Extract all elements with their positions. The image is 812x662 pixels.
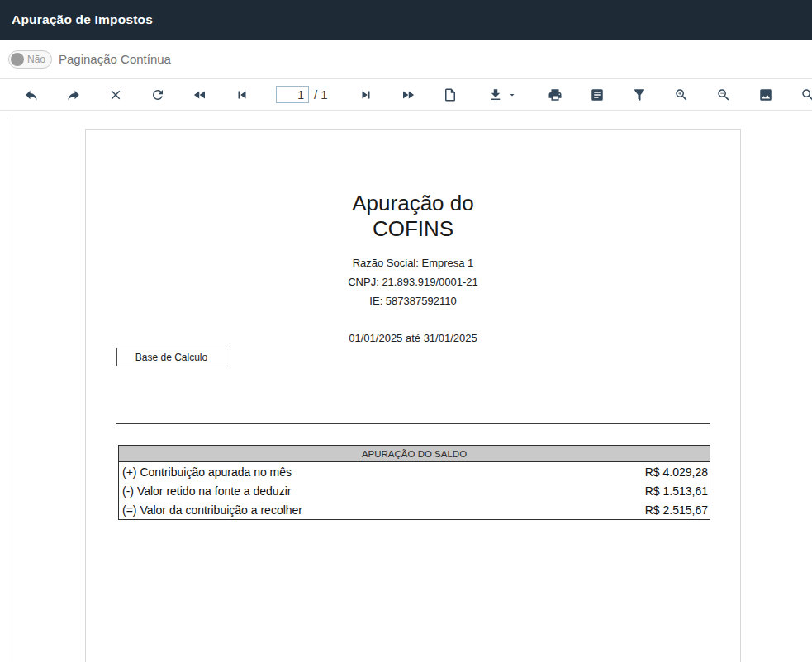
viewer-toolbar: / 1 <box>0 78 812 111</box>
refresh-icon <box>150 87 165 102</box>
toggle-state-label: Não <box>27 54 45 65</box>
row-label: (-) Valor retido na fonte a deduzir <box>119 485 645 498</box>
fast-forward-icon <box>401 87 415 102</box>
print-icon <box>548 87 563 102</box>
report-page: Apuração do COFINS Razão Social: Empresa… <box>85 129 741 662</box>
ie-text: IE: 587387592110 <box>86 291 740 310</box>
report-title-line2: COFINS <box>86 216 740 242</box>
download-button[interactable] <box>471 79 534 110</box>
document-lines-button[interactable] <box>576 79 618 110</box>
app-header: Apuração de Impostos <box>0 0 812 40</box>
fast-forward-button[interactable] <box>387 79 429 110</box>
continuous-pagination-label: Paginação Contínua <box>59 52 171 66</box>
filter-button[interactable] <box>618 79 660 110</box>
zoom-in-button[interactable] <box>660 79 702 110</box>
company-info: Razão Social: Empresa 1 CNPJ: 21.893.919… <box>86 253 740 310</box>
print-button[interactable] <box>534 79 576 110</box>
back-icon <box>24 87 39 102</box>
page-total-label: / 1 <box>314 87 328 102</box>
table-row: (-) Valor retido na fonte a deduzir R$ 1… <box>119 481 710 500</box>
image-icon <box>758 87 773 102</box>
previous-page-icon <box>235 87 249 102</box>
refresh-button[interactable] <box>136 79 178 110</box>
back-button[interactable] <box>10 79 52 110</box>
saldo-table: APURAÇÃO DO SALDO (+) Contribuição apura… <box>118 445 710 520</box>
page-navigator: / 1 <box>263 86 344 103</box>
cnpj-text: CNPJ: 21.893.919/0001-21 <box>86 272 740 291</box>
period-text: 01/01/2025 até 31/01/2025 <box>86 332 740 344</box>
row-value: R$ 2.515,67 <box>645 504 710 517</box>
rewind-icon <box>192 87 207 102</box>
rewind-button[interactable] <box>178 79 221 110</box>
viewer-left-border <box>7 117 7 662</box>
report-title: Apuração do COFINS <box>86 191 740 242</box>
image-button[interactable] <box>744 79 786 110</box>
saldo-table-header: APURAÇÃO DO SALDO <box>119 446 710 462</box>
razao-social-text: Razão Social: Empresa 1 <box>86 253 740 272</box>
report-viewer: Apuração do COFINS Razão Social: Empresa… <box>0 111 812 662</box>
toggle-knob-icon <box>11 53 24 66</box>
single-page-icon <box>443 87 458 102</box>
table-row: (+) Contribuição apurada no mês R$ 4.029… <box>119 462 710 481</box>
row-value: R$ 4.029,28 <box>645 466 710 479</box>
zoom-in-icon <box>674 87 689 102</box>
download-icon <box>488 87 503 102</box>
forward-button[interactable] <box>52 79 94 110</box>
page-number-input[interactable] <box>276 86 309 103</box>
table-row: (=) Valor da contribuição a recolher R$ … <box>119 500 710 519</box>
horizontal-rule <box>116 423 710 424</box>
base-de-calculo-box: Base de Calculo <box>116 348 226 366</box>
zoom-out-icon <box>716 87 731 102</box>
close-icon <box>108 87 123 102</box>
next-page-button[interactable] <box>344 79 387 110</box>
row-value: R$ 1.513,61 <box>645 485 710 498</box>
forward-icon <box>66 87 81 102</box>
search-icon <box>800 87 812 102</box>
row-label: (+) Contribuição apurada no mês <box>119 466 645 479</box>
previous-page-button[interactable] <box>221 79 263 110</box>
page-title: Apuração de Impostos <box>12 12 153 27</box>
pagination-bar: Não Paginação Contínua <box>0 40 812 78</box>
row-label: (=) Valor da contribuição a recolher <box>119 504 645 517</box>
report-title-line1: Apuração do <box>86 191 740 216</box>
zoom-out-button[interactable] <box>702 79 744 110</box>
search-button[interactable] <box>786 79 812 110</box>
next-page-icon <box>359 87 373 102</box>
continuous-pagination-toggle[interactable]: Não <box>8 50 52 69</box>
document-lines-icon <box>590 87 605 102</box>
filter-icon <box>632 87 647 102</box>
close-button[interactable] <box>94 79 136 110</box>
single-page-button[interactable] <box>429 79 471 110</box>
download-caret-icon <box>507 90 517 100</box>
